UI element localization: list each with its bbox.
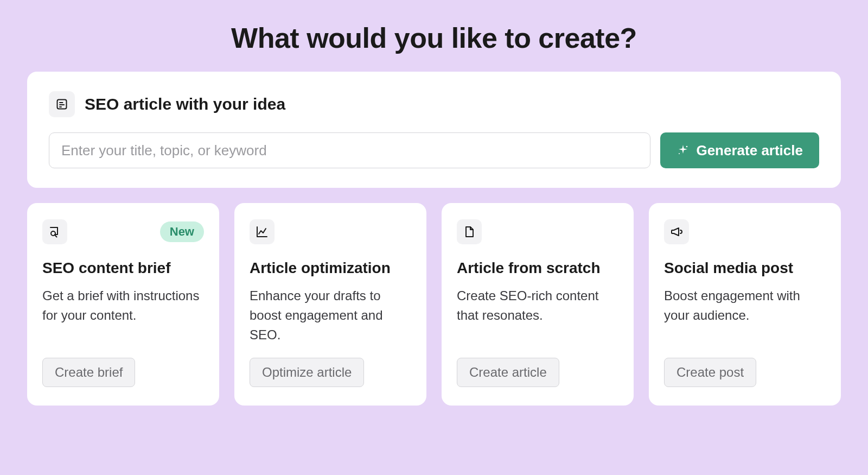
- card-desc: Get a brief with instructions for your c…: [42, 286, 204, 345]
- new-badge: New: [160, 221, 204, 242]
- card-title: Article optimization: [250, 258, 411, 277]
- hero-card: SEO article with your idea Generate arti…: [27, 72, 841, 188]
- card-top: [664, 219, 826, 244]
- card-title: Social media post: [664, 258, 826, 277]
- generate-button-label: Generate article: [696, 142, 803, 159]
- svg-point-5: [679, 153, 680, 154]
- sparkle-icon: [676, 144, 690, 157]
- topic-input[interactable]: [49, 132, 650, 168]
- card-top: New: [42, 219, 204, 244]
- create-article-button[interactable]: Create article: [457, 358, 559, 387]
- generate-article-button[interactable]: Generate article: [660, 132, 819, 168]
- hero-header: SEO article with your idea: [49, 91, 819, 117]
- card-desc: Enhance your drafts to boost engagement …: [250, 286, 411, 345]
- create-post-button[interactable]: Create post: [664, 358, 756, 387]
- card-article-optimization: Article optimization Enhance your drafts…: [234, 203, 426, 406]
- create-brief-button[interactable]: Create brief: [42, 358, 135, 387]
- svg-line-7: [55, 235, 57, 237]
- search-doc-icon: [42, 219, 67, 244]
- card-title: SEO content brief: [42, 258, 204, 277]
- optimize-article-button[interactable]: Optimize article: [250, 358, 364, 387]
- page-title: What would you like to create?: [27, 22, 841, 54]
- card-seo-brief: New SEO content brief Get a brief with i…: [27, 203, 219, 406]
- card-article-scratch: Article from scratch Create SEO-rich con…: [442, 203, 634, 406]
- megaphone-icon: [664, 219, 689, 244]
- card-social-post: Social media post Boost engagement with …: [649, 203, 841, 406]
- card-top: [250, 219, 411, 244]
- card-grid: New SEO content brief Get a brief with i…: [27, 203, 841, 406]
- card-top: [457, 219, 618, 244]
- card-desc: Create SEO-rich content that resonates.: [457, 286, 618, 345]
- card-desc: Boost engagement with your audience.: [664, 286, 826, 345]
- svg-point-4: [686, 146, 688, 148]
- hero-title: SEO article with your idea: [85, 95, 285, 113]
- chart-line-icon: [250, 219, 275, 244]
- hero-input-row: Generate article: [49, 132, 819, 168]
- document-icon: [457, 219, 482, 244]
- article-icon: [49, 91, 75, 117]
- card-title: Article from scratch: [457, 258, 618, 277]
